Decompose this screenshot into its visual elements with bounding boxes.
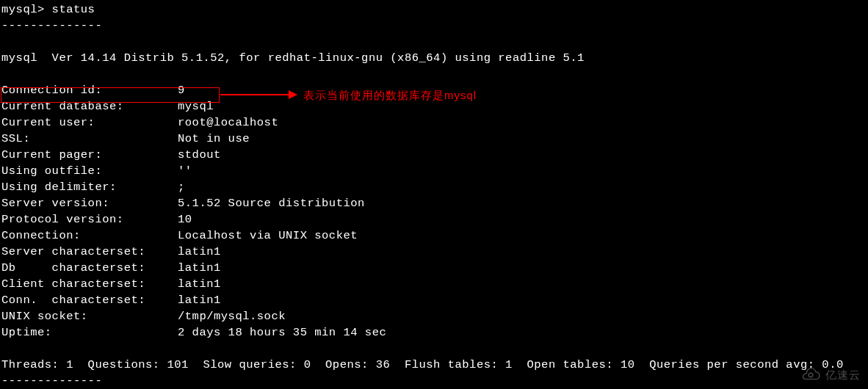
value-client-charset: latin1: [178, 276, 221, 292]
label-current-pager: Current pager:: [1, 147, 178, 163]
row-conn-charset: Conn. characterset: latin1: [1, 292, 867, 308]
separator-top: --------------: [1, 18, 867, 34]
value-uptime: 2 days 18 hours 35 min 14 sec: [178, 324, 386, 341]
label-protocol-version: Protocol version:: [1, 211, 178, 228]
value-db-charset: latin1: [178, 260, 221, 276]
value-server-version: 5.1.52 Source distribution: [178, 195, 365, 211]
label-server-version: Server version:: [1, 195, 178, 211]
label-conn-charset: Conn. characterset:: [1, 292, 178, 308]
value-connection: Localhost via UNIX socket: [178, 228, 358, 244]
label-server-charset: Server characterset:: [1, 244, 178, 260]
row-uptime: Uptime: 2 days 18 hours 35 min 14 sec: [1, 324, 867, 341]
value-protocol-version: 10: [178, 211, 192, 228]
blank-line-2: [1, 66, 867, 82]
label-current-database: Current database:: [1, 98, 178, 114]
row-using-outfile: Using outfile: '': [1, 163, 867, 179]
blank-line-3: [1, 341, 867, 357]
value-connection-id: 9: [178, 82, 185, 98]
label-connection: Connection:: [1, 228, 178, 244]
row-connection-id: Connection id: 9: [1, 82, 867, 98]
row-unix-socket: UNIX socket: /tmp/mysql.sock: [1, 308, 867, 324]
blank-line-1: [1, 34, 867, 50]
label-current-user: Current user:: [1, 114, 178, 131]
value-current-user: root@localhost: [178, 114, 278, 131]
row-current-pager: Current pager: stdout: [1, 147, 867, 163]
row-connection: Connection: Localhost via UNIX socket: [1, 228, 867, 244]
value-conn-charset: latin1: [178, 292, 221, 308]
row-ssl: SSL: Not in use: [1, 131, 867, 147]
label-uptime: Uptime:: [1, 324, 178, 341]
separator-bottom: --------------: [1, 373, 867, 389]
value-unix-socket: /tmp/mysql.sock: [178, 308, 286, 324]
label-unix-socket: UNIX socket:: [1, 308, 178, 324]
row-db-charset: Db characterset: latin1: [1, 260, 867, 276]
row-using-delimiter: Using delimiter: ;: [1, 179, 867, 195]
label-ssl: SSL:: [1, 131, 178, 147]
mysql-prompt-line[interactable]: mysql> status: [1, 1, 867, 18]
label-db-charset: Db characterset:: [1, 260, 178, 276]
row-current-user: Current user: root@localhost: [1, 114, 867, 131]
row-current-database: Current database: mysql: [1, 98, 867, 114]
value-current-pager: stdout: [178, 147, 221, 163]
row-protocol-version: Protocol version: 10: [1, 211, 867, 228]
row-server-charset: Server characterset: latin1: [1, 244, 867, 260]
version-line: mysql Ver 14.14 Distrib 5.1.52, for redh…: [1, 50, 867, 66]
value-current-database: mysql: [178, 98, 214, 114]
label-connection-id: Connection id:: [1, 82, 178, 98]
value-using-outfile: '': [178, 163, 192, 179]
stats-line: Threads: 1 Questions: 101 Slow queries: …: [1, 357, 867, 373]
row-server-version: Server version: 5.1.52 Source distributi…: [1, 195, 867, 211]
label-using-outfile: Using outfile:: [1, 163, 178, 179]
label-using-delimiter: Using delimiter:: [1, 179, 178, 195]
value-using-delimiter: ;: [178, 179, 185, 195]
row-client-charset: Client characterset: latin1: [1, 276, 867, 292]
label-client-charset: Client characterset:: [1, 276, 178, 292]
value-ssl: Not in use: [178, 131, 250, 147]
value-server-charset: latin1: [178, 244, 221, 260]
